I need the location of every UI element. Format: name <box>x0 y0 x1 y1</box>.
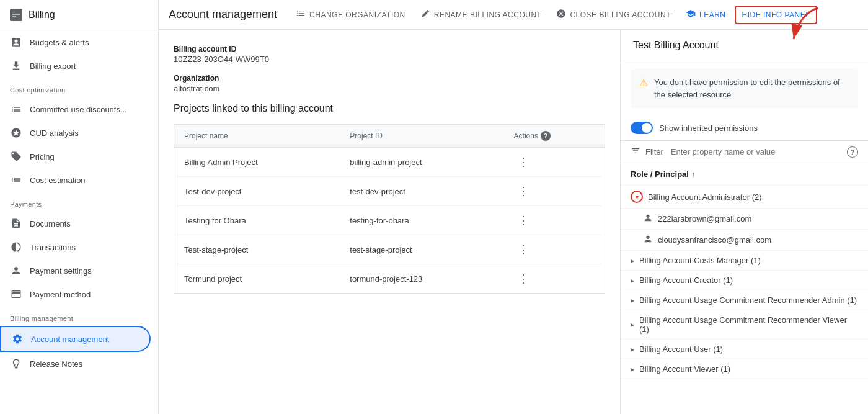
role-item[interactable]: ▸ Billing Account User (1) <box>621 340 868 359</box>
main-area: Account management CHANGE ORGANIZATION R… <box>159 0 868 414</box>
role-label: Billing Account Creator (1) <box>639 276 733 285</box>
project-actions: ⋮ <box>504 235 605 264</box>
role-member-item: cloudysanfrancisco@gmail.com <box>621 230 868 251</box>
person-icon <box>643 234 653 246</box>
show-inherited-row: Show inherited permissions <box>621 115 868 140</box>
role-collapse-icon: ▾ <box>631 191 643 203</box>
actions-help-icon[interactable]: ? <box>541 131 551 141</box>
project-actions: ⋮ <box>504 264 605 294</box>
project-actions: ⋮ <box>504 206 605 235</box>
person-icon <box>643 213 653 225</box>
content-area: Billing account ID 10ZZ23-203O44-WW99T0 … <box>159 30 868 414</box>
table-row: Tormund project tormund-project-123 ⋮ <box>174 264 605 294</box>
organization-label: Organization <box>174 74 605 83</box>
release-notes-icon <box>10 358 22 369</box>
project-name: Test-stage-project <box>174 235 340 264</box>
col-project-id: Project ID <box>340 125 503 148</box>
member-email: cloudysanfrancisco@gmail.com <box>658 235 771 245</box>
kebab-menu-button[interactable]: ⋮ <box>514 154 533 170</box>
change-org-label: CHANGE ORGANIZATION <box>309 11 405 19</box>
billing-icon <box>10 9 22 21</box>
payment-method-icon <box>10 289 22 300</box>
project-id: billing-admin-project <box>340 148 503 177</box>
sort-icon[interactable]: ↑ <box>691 170 695 179</box>
organization-value: altostrat.com <box>174 84 605 93</box>
filter-icon <box>631 146 640 158</box>
page-title: Account management <box>169 8 277 21</box>
role-expand-icon: ▸ <box>631 256 634 265</box>
table-row: Test-stage-project test-stage-project ⋮ <box>174 235 605 264</box>
project-id: test-dev-project <box>340 177 503 206</box>
topbar: Account management CHANGE ORGANIZATION R… <box>159 0 868 30</box>
role-expand-icon: ▸ <box>631 345 634 354</box>
info-panel-label: HIDE INFO PANEL <box>742 11 810 19</box>
col-project-name: Project name <box>174 125 340 148</box>
sidebar-item-account-management-label: Account management <box>31 335 109 344</box>
actions-label: Actions <box>514 132 538 140</box>
project-id: test-stage-project <box>340 235 503 264</box>
role-member-item: 222larabrown@gmail.com <box>621 209 868 230</box>
role-item[interactable]: ▸ Billing Account Costs Manager (1) <box>621 251 868 271</box>
change-org-button[interactable]: CHANGE ORGANIZATION <box>290 5 412 24</box>
committed-use-icon <box>10 104 22 115</box>
billing-management-section: Billing management <box>0 306 158 326</box>
sidebar-item-transactions[interactable]: Transactions <box>0 235 151 259</box>
svg-rect-0 <box>11 11 21 19</box>
project-name: Test-dev-project <box>174 177 340 206</box>
table-row: Testing for Obara testing-for-obara ⋮ <box>174 206 605 235</box>
sidebar-item-budgets-label: Budgets & alerts <box>30 38 89 47</box>
rename-button[interactable]: RENAME BILLING ACCOUNT <box>414 5 548 24</box>
warning-text: You don't have permission to edit the pe… <box>654 76 849 101</box>
cost-optimization-section: Cost optimization <box>0 78 158 97</box>
role-item[interactable]: ▸ Billing Account Creator (1) <box>621 271 868 290</box>
sidebar-item-committed-use[interactable]: Committed use discounts... <box>0 97 151 121</box>
sidebar: Billing Budgets & alerts Billing export … <box>0 0 159 414</box>
kebab-menu-button[interactable]: ⋮ <box>514 212 533 228</box>
pricing-icon <box>10 151 22 162</box>
role-item[interactable]: ▸ Billing Account Usage Commitment Recom… <box>621 290 868 310</box>
role-label: Billing Account Viewer (1) <box>639 364 730 374</box>
filter-help-icon[interactable]: ? <box>847 146 858 158</box>
kebab-menu-button[interactable]: ⋮ <box>514 183 533 199</box>
projects-section-title: Projects linked to this billing account <box>174 103 605 114</box>
svg-rect-2 <box>12 16 16 17</box>
hide-info-panel-button[interactable]: HIDE INFO PANEL <box>735 6 818 24</box>
learn-label: LEARN <box>699 11 726 19</box>
filter-input[interactable] <box>671 147 842 156</box>
sidebar-item-cost-estimation-label: Cost estimation <box>30 176 86 185</box>
payments-section: Payments <box>0 192 158 212</box>
sidebar-item-billing-export[interactable]: Billing export <box>0 54 151 78</box>
learn-button[interactable]: LEARN <box>680 5 732 24</box>
project-actions: ⋮ <box>504 148 605 177</box>
info-panel-title: Test Billing Account <box>621 30 868 61</box>
rename-label: RENAME BILLING ACCOUNT <box>434 11 542 19</box>
filter-label: Filter <box>645 147 663 156</box>
sidebar-item-payment-method[interactable]: Payment method <box>0 282 151 306</box>
role-expand-icon: ▸ <box>631 296 634 305</box>
sidebar-item-documents[interactable]: Documents <box>0 212 151 235</box>
role-item[interactable]: ▾ Billing Account Administrator (2) <box>621 186 868 209</box>
sidebar-item-release-notes[interactable]: Release Notes <box>0 352 151 376</box>
billing-account-label: Billing account ID <box>174 45 605 53</box>
budgets-icon <box>10 37 22 48</box>
main-panel: Billing account ID 10ZZ23-203O44-WW99T0 … <box>159 30 620 414</box>
svg-rect-1 <box>12 14 20 15</box>
info-panel: Test Billing Account ⚠ You don't have pe… <box>620 30 868 414</box>
sidebar-item-cost-estimation[interactable]: Cost estimation <box>0 168 151 192</box>
show-inherited-toggle[interactable] <box>631 122 653 134</box>
sidebar-item-budgets[interactable]: Budgets & alerts <box>0 30 151 54</box>
billing-account-id: 10ZZ23-203O44-WW99T0 <box>174 55 605 64</box>
sidebar-item-payment-settings-label: Payment settings <box>30 266 92 276</box>
kebab-menu-button[interactable]: ⋮ <box>514 241 533 258</box>
role-item[interactable]: ▸ Billing Account Usage Commitment Recom… <box>621 310 868 340</box>
sidebar-item-cud-analysis[interactable]: CUD analysis <box>0 121 151 145</box>
sidebar-item-pricing[interactable]: Pricing <box>0 145 151 168</box>
kebab-menu-button[interactable]: ⋮ <box>514 271 533 287</box>
sidebar-item-account-management[interactable]: Account management <box>0 326 151 352</box>
role-label: Billing Account Usage Commitment Recomme… <box>639 315 858 334</box>
role-item[interactable]: ▸ Billing Account Viewer (1) <box>621 359 868 379</box>
close-account-button[interactable]: CLOSE BILLING ACCOUNT <box>550 5 677 24</box>
sidebar-item-payment-settings[interactable]: Payment settings <box>0 259 151 282</box>
project-id: tormund-project-123 <box>340 264 503 294</box>
rename-icon <box>420 9 430 20</box>
